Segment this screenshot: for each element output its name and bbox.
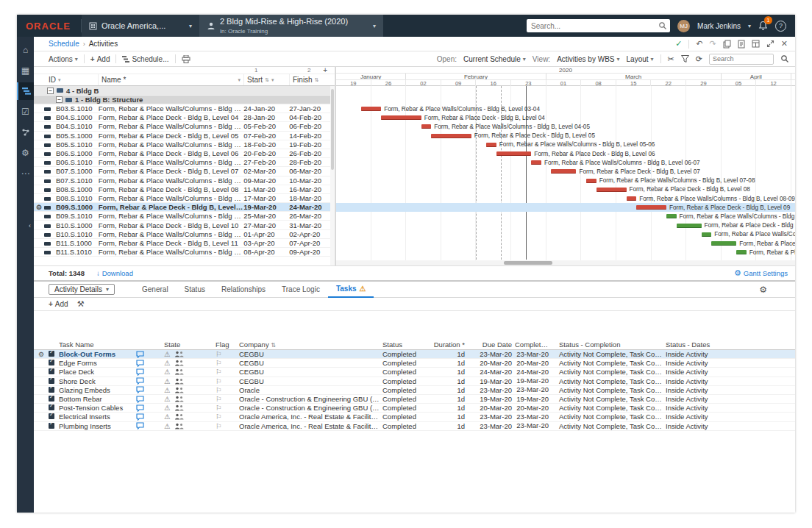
activity-row[interactable]: B06.S.1000Form, Rebar & Place Deck - Bld… [34,149,335,158]
task-checkbox[interactable] [49,368,59,376]
column-header-task-name[interactable]: Task Name [59,340,136,349]
discussion-icon[interactable] [136,422,151,429]
table-search-input[interactable] [709,54,774,65]
task-row[interactable]: Glazing Embeds⚠⚐OracleCompleted1d23-Mar-… [34,386,795,395]
cut-icon[interactable]: ✂ [668,54,674,64]
assignees-icon[interactable] [174,387,184,393]
details-selector[interactable]: Activity Details▾ [49,284,115,295]
column-header-company[interactable]: Company ⇅ [239,340,382,349]
download-link[interactable]: ↓Download [96,269,133,277]
task-checkbox[interactable] [49,395,59,403]
print-icon[interactable] [182,55,190,63]
global-search-input[interactable] [527,19,670,32]
nav-dashboard-icon[interactable]: ▦ [17,62,34,79]
column-header-finish[interactable]: Finish⇅ [290,74,331,85]
user-name[interactable]: Mark Jenkins [697,22,741,30]
gantt-bar[interactable] [596,188,627,192]
task-row[interactable]: Edge Forms⚠⚐CEGBUCompleted1d20-Mar-2020-… [34,359,795,368]
tools-icon[interactable]: ⚒ [77,299,85,309]
activity-row[interactable]: B03.S.1010Form, Rebar & Place Walls/Colu… [34,104,335,113]
task-checkbox[interactable] [49,422,59,430]
run-schedule-button[interactable]: Schedule... [122,55,168,63]
column-header-duration[interactable]: Duration * [427,340,468,349]
discussion-icon[interactable] [136,386,151,393]
undo-icon[interactable]: ↶ [696,39,702,49]
flag-icon[interactable]: ⚐ [216,350,239,358]
column-header-start[interactable]: Start⇅▾ [244,74,290,85]
org-selector[interactable]: Oracle America,... ▾ [82,15,199,37]
nav-more-icon[interactable]: ⋯ [17,165,34,182]
tab-relationships[interactable]: Relationships [213,282,274,298]
copy-page-icon[interactable] [723,40,731,49]
redo-icon[interactable]: ↷ [710,39,716,49]
discussion-icon[interactable] [136,413,151,421]
group-row[interactable]: −1 - Bldg B: Structure [34,96,335,104]
filter-icon[interactable] [681,55,689,63]
activity-row[interactable]: B11.S.1010Form, Rebar & Place Walls/Colu… [34,248,335,257]
flag-icon[interactable]: ⚐ [216,377,239,385]
gantt-settings-link[interactable]: ⚙Gantt Settings [734,268,788,278]
flag-icon[interactable]: ⚐ [216,386,239,394]
tab-tasks[interactable]: Tasks⚠ [328,282,374,298]
nav-tasks-icon[interactable]: ☑ [17,103,34,121]
add-activity-button[interactable]: +Add [90,55,110,63]
column-header-status-dates[interactable]: Status - Dates [666,340,795,349]
activity-row[interactable]: B08.S.1000Form, Rebar & Place Deck - Bld… [34,185,335,194]
gantt-bar[interactable] [636,205,666,210]
task-row[interactable]: Shore Deck⚠⚐CEGBUCompleted1d19-Mar-2019-… [34,377,795,386]
gantt-bar[interactable] [531,160,541,165]
nav-resources-icon[interactable] [17,124,34,141]
gantt-bar[interactable] [486,143,496,147]
activity-row[interactable]: B09.S.1010Form, Rebar & Place Walls/Colu… [34,212,335,221]
task-checkbox[interactable] [49,413,59,421]
assignees-icon[interactable] [174,351,184,357]
gantt-bar[interactable] [627,196,637,201]
gantt-bar[interactable] [496,151,532,156]
column-header-status[interactable]: Status [382,340,427,349]
view-select[interactable]: Activities by WBS▾ [557,55,619,63]
discussion-icon[interactable] [136,396,151,403]
task-checkbox[interactable] [49,377,59,385]
tab-general[interactable]: General [134,282,177,298]
row-actions-gear-icon[interactable]: ⚙ [34,351,49,358]
gantt-bar[interactable] [431,134,471,138]
activity-row[interactable]: B10.S.1010Form, Rebar & Place Walls/Colu… [34,230,335,239]
gantt-bar[interactable] [702,232,712,237]
gantt-bar[interactable] [711,241,736,246]
task-checkbox[interactable] [49,386,59,394]
gantt-timescale[interactable]: 2020 JanuaryFebruaryMarchApril 192602091… [336,67,795,86]
column-header-due-date[interactable]: Due Date [468,340,515,349]
flag-icon[interactable]: ⚐ [216,395,239,403]
gantt-bar[interactable] [421,124,432,129]
report-icon[interactable] [738,40,745,49]
flag-icon[interactable]: ⚐ [216,404,239,412]
task-row[interactable]: Bottom Rebar⚠⚐Oracle - Construction & En… [34,395,795,404]
assignees-icon[interactable] [174,413,184,420]
assignees-icon[interactable] [174,423,184,429]
task-row[interactable]: Plumbing Inserts⚠⚐Oracle America, Inc. -… [34,422,795,431]
layout-menu-button[interactable]: Layout▾ [627,55,654,63]
avatar[interactable]: MJ [677,20,690,32]
search-icon[interactable] [658,21,667,30]
collapse-panel-handle[interactable]: ‹ [29,222,31,229]
activity-row[interactable]: B04.S.1010Form, Rebar & Place Walls/Colu… [34,122,335,131]
flag-icon[interactable]: ⚐ [216,413,239,421]
nav-home-icon[interactable]: ⌂ [17,41,34,59]
column-header-state[interactable]: State [151,340,216,349]
help-button[interactable]: ? [775,21,786,32]
tab-status[interactable]: Status [177,282,213,298]
activity-row[interactable]: B08.S.1010Form, Rebar & Place Walls/Colu… [34,194,335,203]
column-header-flag[interactable]: Flag [216,340,239,349]
project-selector[interactable]: 2 Bldg Mid-Rise & High-Rise (2020) In: O… [199,15,383,37]
close-icon[interactable]: ✕ [781,39,788,49]
gantt-bar[interactable] [381,115,421,120]
actions-menu-button[interactable]: Actions▾ [49,55,78,63]
discussion-icon[interactable] [136,360,151,367]
tab-trace-logic[interactable]: Trace Logic [274,282,328,298]
task-row[interactable]: ⚙Block-Out Forms⚠⚐CEGBUCompleted1d23-Mar… [34,350,795,359]
expand-search-icon[interactable] [780,54,789,63]
activity-row[interactable]: B05.S.1010Form, Rebar & Place Walls/Colu… [34,140,335,149]
table-vertical-scrollbar[interactable] [330,86,335,265]
chevron-down-icon[interactable]: ▾ [748,23,751,29]
activity-row[interactable]: ⚙B09.S.1000Form, Rebar & Place Deck - Bl… [34,203,335,212]
